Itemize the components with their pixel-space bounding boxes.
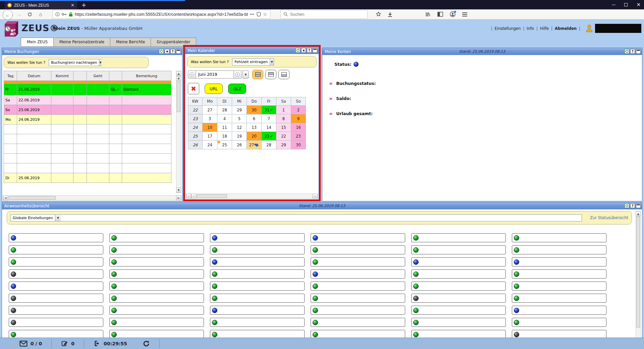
browser-tab[interactable]: ZEUS - Mein ZEUS ✕: [5, 1, 77, 9]
panel-window-icon[interactable]: [313, 48, 317, 53]
presence-entry[interactable]: [109, 294, 204, 303]
window-maximize-icon[interactable]: [624, 3, 628, 6]
scroll-up-icon[interactable]: ▲: [176, 71, 181, 76]
panel-refresh-icon[interactable]: [159, 49, 164, 54]
presence-entry[interactable]: [210, 294, 305, 303]
panel-pin-icon[interactable]: [301, 48, 306, 53]
table-row[interactable]: [4, 134, 171, 144]
status-overview-link[interactable]: Zur Statusübersicht: [590, 215, 628, 220]
page-info-icon[interactable]: [55, 12, 60, 16]
search-box[interactable]: Suchen: [280, 10, 368, 19]
calendar-day-cell[interactable]: 21✔: [262, 132, 276, 141]
panel-refresh-icon[interactable]: [625, 49, 629, 54]
scroll-right-icon[interactable]: ›: [191, 194, 196, 199]
glz-legend-button[interactable]: GLZ: [228, 84, 246, 94]
tab-close-icon[interactable]: ✕: [71, 3, 74, 8]
saved-login-key-icon[interactable]: [62, 13, 67, 16]
table-row[interactable]: [4, 124, 171, 134]
calendar-day-cell[interactable]: 18: [217, 132, 232, 141]
calendar-day-cell[interactable]: 30: [247, 106, 262, 114]
calendar-day-cell[interactable]: 5: [232, 114, 247, 123]
calendar-day-cell[interactable]: 17: [203, 132, 217, 141]
pocket-shield-icon[interactable]: [257, 12, 261, 17]
tab-meine-personalzentrale[interactable]: Meine Personalzentrale: [54, 38, 110, 47]
bookings-action-select[interactable]: Buchung(en) nachtragen ▼: [49, 59, 102, 66]
calendar-day-cell[interactable]: 8: [276, 114, 291, 123]
presence-entry[interactable]: [210, 282, 305, 291]
calendar-day-cell[interactable]: 7: [262, 114, 276, 123]
calendar-day-cell[interactable]: 10: [203, 123, 217, 132]
sidebar-icon[interactable]: [437, 12, 443, 17]
presence-entry[interactable]: [109, 245, 204, 254]
calendar-horizontal-scrollbar[interactable]: ‹ › ›: [186, 194, 318, 199]
scroll-left-icon[interactable]: ‹: [186, 194, 191, 199]
table-row[interactable]: Fr21.06.2019GL✔Gleitzeit: [4, 84, 171, 95]
calendar-day-cell[interactable]: 16: [291, 123, 306, 132]
presence-entry[interactable]: [210, 306, 305, 315]
presence-entry[interactable]: [210, 318, 305, 327]
home-button[interactable]: ⌂: [36, 10, 45, 19]
calendar-action-select[interactable]: Fehlzeit eintragen ▼: [232, 58, 274, 65]
calendar-day-cell[interactable]: 28: [262, 141, 276, 149]
presence-entry[interactable]: [311, 318, 405, 327]
header-link-hilfe[interactable]: Hilfe: [540, 26, 549, 31]
table-row[interactable]: Sa22.06.2019: [4, 95, 171, 105]
panel-refresh-icon[interactable]: [296, 48, 300, 53]
presence-entry[interactable]: [411, 294, 506, 303]
firefox-account-icon[interactable]: [450, 11, 455, 17]
scroll-down-icon[interactable]: ▼: [176, 188, 181, 193]
view-split-top-button[interactable]: [265, 70, 276, 79]
calendar-day-cell[interactable]: 29: [232, 106, 247, 114]
mail-status[interactable]: 0 / 0: [19, 341, 42, 347]
timer-status[interactable]: 00:29:55: [94, 340, 127, 347]
view-split-bottom-button[interactable]: [278, 70, 289, 79]
scroll-left-icon[interactable]: ◄: [3, 195, 8, 200]
presence-entry[interactable]: [9, 257, 103, 266]
presence-entry[interactable]: [9, 269, 103, 279]
presence-entry[interactable]: [411, 282, 506, 291]
correction-status[interactable]: 0: [61, 340, 74, 347]
presence-entry[interactable]: [210, 269, 305, 279]
presence-entry[interactable]: [9, 294, 103, 303]
presence-entry[interactable]: [512, 233, 606, 242]
chevron-down-icon[interactable]: ▼: [55, 215, 61, 221]
presence-entry[interactable]: [311, 306, 405, 315]
calendar-day-cell[interactable]: 15: [276, 123, 291, 132]
calendar-day-cell[interactable]: 26: [232, 141, 247, 149]
user-icon[interactable]: [586, 24, 593, 32]
calendar-day-cell[interactable]: 30: [291, 141, 306, 149]
scroll-up-icon[interactable]: ▲: [636, 211, 641, 216]
bookmarks-menu-icon[interactable]: [376, 11, 381, 17]
calendar-day-cell[interactable]: 12: [232, 123, 247, 132]
calendar-day-cell[interactable]: 27: [247, 141, 262, 149]
presence-entry[interactable]: [512, 245, 606, 254]
library-icon[interactable]: [425, 12, 431, 17]
scroll-down-icon[interactable]: ▼: [176, 76, 181, 81]
calendar-day-cell[interactable]: 20: [247, 132, 262, 141]
presence-entry[interactable]: [9, 282, 103, 291]
presence-entry[interactable]: [411, 318, 506, 327]
calendar-day-cell[interactable]: 29: [276, 141, 291, 149]
view-month-button[interactable]: [252, 70, 263, 79]
delete-absence-button[interactable]: ✖: [188, 83, 199, 94]
calendar-day-cell[interactable]: 6: [247, 114, 262, 123]
presence-entry[interactable]: [109, 257, 204, 266]
tab-mein-zeus[interactable]: Mein ZEUS: [21, 38, 54, 47]
table-row[interactable]: So23.06.2019: [4, 105, 171, 115]
calendar-day-cell[interactable]: 23: [291, 132, 306, 141]
prev-month-button[interactable]: ‹: [188, 70, 196, 79]
panel-window-icon[interactable]: [636, 203, 641, 208]
table-row[interactable]: [4, 154, 171, 163]
calendar-day-cell[interactable]: 27: [203, 106, 217, 114]
presence-entry[interactable]: [411, 257, 506, 266]
panel-help-icon[interactable]: ?: [170, 49, 175, 54]
presence-filter-select[interactable]: Globale Einstellungen ▼: [10, 214, 582, 221]
table-row[interactable]: Mo24.06.2019: [4, 115, 171, 124]
header-link-info[interactable]: Info: [527, 26, 534, 31]
presence-entry[interactable]: [109, 269, 204, 279]
url-legend-button[interactable]: URL: [205, 84, 223, 94]
window-close-icon[interactable]: ✕: [636, 2, 641, 8]
presence-entry[interactable]: [9, 318, 103, 327]
presence-entry[interactable]: [311, 257, 405, 266]
panel-help-icon[interactable]: ?: [307, 48, 312, 53]
